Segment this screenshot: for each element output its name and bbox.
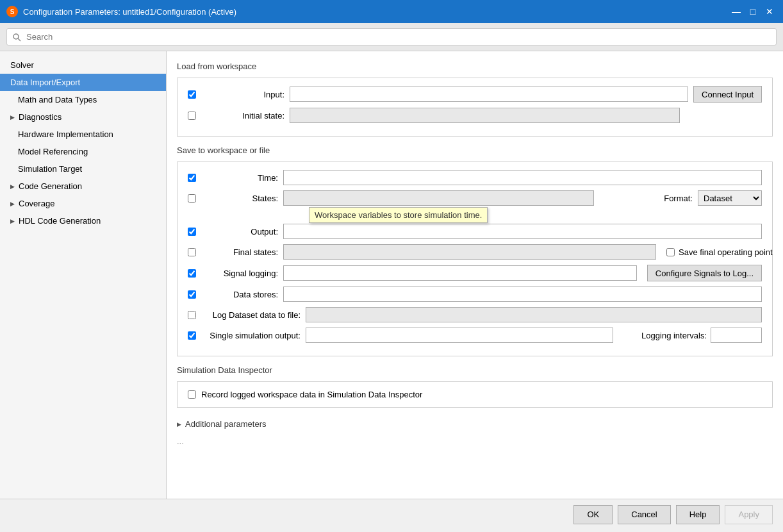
window-controls: — □ ✕ bbox=[729, 4, 777, 19]
data-stores-field[interactable]: dsmout bbox=[283, 287, 762, 302]
input-field[interactable]: input1,input2 bbox=[290, 87, 688, 102]
signal-logging-label: Signal logging: bbox=[201, 269, 278, 278]
additional-params-arrow: ▶ bbox=[177, 421, 181, 428]
save-final-label: Save final operating point bbox=[679, 247, 762, 257]
states-field[interactable]: xout bbox=[283, 190, 594, 206]
log-dataset-field[interactable]: out.mat bbox=[306, 307, 762, 322]
sdi-section-title: Simulation Data Inspector bbox=[177, 365, 773, 375]
minimize-button[interactable]: — bbox=[729, 4, 743, 19]
format-select[interactable]: Dataset Array Structure bbox=[698, 190, 762, 206]
time-row: Time: tout bbox=[188, 170, 762, 185]
save-section: Time: tout States: xout Workspace variab… bbox=[177, 162, 773, 356]
sidebar-item-data-import-export[interactable]: Data Import/Export bbox=[0, 74, 166, 91]
final-states-checkbox[interactable] bbox=[188, 248, 196, 256]
sdi-record-row: Record logged workspace data in Simulati… bbox=[188, 390, 762, 399]
output-field[interactable]: yout bbox=[283, 224, 762, 239]
sidebar-item-math-data-types[interactable]: Math and Data Types bbox=[0, 91, 166, 108]
states-checkbox[interactable] bbox=[188, 194, 196, 203]
additional-params-label: Additional parameters bbox=[185, 419, 266, 429]
load-section-title: Load from workspace bbox=[177, 62, 773, 71]
output-row: Output: yout bbox=[188, 224, 762, 239]
logging-intervals-field[interactable]: [-inf, inf] bbox=[711, 328, 762, 343]
window-title: Configuration Parameters: untitled1/Conf… bbox=[23, 7, 724, 17]
help-button[interactable]: Help bbox=[676, 505, 720, 524]
log-dataset-row: Log Dataset data to file: out.mat bbox=[188, 307, 762, 322]
initial-state-label: Initial state: bbox=[201, 111, 284, 121]
close-button[interactable]: ✕ bbox=[762, 4, 777, 19]
content-area: Load from workspace Input: input1,input2… bbox=[167, 51, 783, 499]
additional-params[interactable]: ▶ Additional parameters bbox=[177, 417, 773, 431]
log-dataset-label: Log Dataset data to file: bbox=[201, 310, 301, 320]
final-states-row: Final states: xFinal Save final operatin… bbox=[188, 244, 762, 260]
maximize-button[interactable]: □ bbox=[746, 4, 760, 19]
input-label: Input: bbox=[201, 90, 284, 99]
cancel-button[interactable]: Cancel bbox=[618, 505, 670, 524]
single-sim-field[interactable]: out bbox=[306, 328, 613, 343]
search-input[interactable] bbox=[6, 28, 777, 46]
initial-state-field[interactable]: xInitial bbox=[290, 108, 680, 123]
signal-logging-checkbox[interactable] bbox=[188, 269, 196, 278]
output-label: Output: bbox=[201, 227, 278, 237]
single-sim-checkbox[interactable] bbox=[188, 331, 196, 340]
sdi-record-label: Record logged workspace data in Simulati… bbox=[201, 390, 422, 399]
time-field[interactable]: tout bbox=[283, 170, 762, 185]
sidebar-item-simulation-target[interactable]: Simulation Target bbox=[0, 160, 166, 178]
sidebar-item-diagnostics[interactable]: Diagnostics bbox=[0, 108, 166, 126]
final-states-label: Final states: bbox=[201, 247, 278, 257]
bottom-bar: OK Cancel Help Apply bbox=[0, 499, 783, 529]
output-checkbox[interactable] bbox=[188, 228, 196, 236]
initial-state-checkbox[interactable] bbox=[188, 112, 196, 120]
save-final-container: Save final operating point bbox=[666, 247, 762, 257]
app-icon: S bbox=[6, 6, 18, 17]
data-stores-label: Data stores: bbox=[201, 290, 278, 299]
sidebar: Solver Data Import/Export Math and Data … bbox=[0, 51, 167, 499]
time-checkbox[interactable] bbox=[188, 174, 196, 182]
sidebar-item-hardware-impl[interactable]: Hardware Implementation bbox=[0, 126, 166, 143]
states-input-container: xout Workspace variables to store simula… bbox=[283, 190, 594, 206]
sdi-section: Record logged workspace data in Simulati… bbox=[177, 381, 773, 408]
states-label: States: bbox=[201, 194, 278, 203]
sdi-record-checkbox[interactable] bbox=[188, 390, 196, 399]
sidebar-item-solver[interactable]: Solver bbox=[0, 56, 166, 74]
logging-intervals-label: Logging intervals: bbox=[623, 331, 707, 340]
initial-state-row: Initial state: xInitial bbox=[188, 108, 762, 123]
save-section-title: Save to workspace or file bbox=[177, 145, 773, 155]
main-container: Solver Data Import/Export Math and Data … bbox=[0, 51, 783, 499]
search-bar bbox=[0, 23, 783, 51]
single-sim-label: Single simulation output: bbox=[201, 331, 301, 340]
time-label: Time: bbox=[201, 173, 278, 183]
sidebar-item-coverage[interactable]: Coverage bbox=[0, 195, 166, 212]
configure-signals-button[interactable]: Configure Signals to Log... bbox=[647, 265, 762, 281]
format-label: Format: bbox=[609, 194, 693, 203]
signal-logging-field[interactable]: logsout bbox=[283, 265, 637, 281]
single-sim-row: Single simulation output: out Logging in… bbox=[188, 328, 762, 343]
states-row: States: xout Workspace variables to stor… bbox=[188, 190, 762, 206]
logging-intervals-container: Logging intervals: [-inf, inf] bbox=[623, 328, 762, 343]
ellipsis: ... bbox=[177, 431, 773, 451]
log-dataset-checkbox[interactable] bbox=[188, 311, 196, 319]
sidebar-item-code-generation[interactable]: Code Generation bbox=[0, 178, 166, 195]
data-stores-row: Data stores: dsmout bbox=[188, 287, 762, 302]
sidebar-item-model-referencing[interactable]: Model Referencing bbox=[0, 143, 166, 160]
input-checkbox[interactable] bbox=[188, 90, 196, 99]
apply-button[interactable]: Apply bbox=[725, 505, 773, 524]
connect-input-button[interactable]: Connect Input bbox=[693, 86, 762, 103]
data-stores-checkbox[interactable] bbox=[188, 290, 196, 299]
load-section: Input: input1,input2 Connect Input Initi… bbox=[177, 78, 773, 137]
signal-logging-row: Signal logging: logsout Configure Signal… bbox=[188, 265, 762, 281]
tooltip: Workspace variables to store simulation … bbox=[309, 207, 488, 223]
input-row: Input: input1,input2 Connect Input bbox=[188, 86, 762, 103]
sidebar-item-hdl-code-gen[interactable]: HDL Code Generation bbox=[0, 212, 166, 229]
save-final-checkbox[interactable] bbox=[666, 248, 675, 256]
ok-button[interactable]: OK bbox=[573, 505, 613, 524]
final-states-field[interactable]: xFinal bbox=[283, 244, 656, 260]
title-bar: S Configuration Parameters: untitled1/Co… bbox=[0, 0, 783, 23]
